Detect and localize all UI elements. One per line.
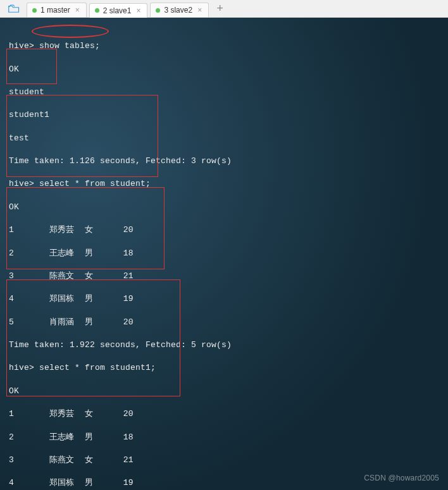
annotation-ellipse <box>32 25 109 38</box>
close-icon[interactable]: × <box>135 6 142 15</box>
status-dot-icon <box>95 8 99 13</box>
status-dot-icon <box>156 8 160 13</box>
folder-icon <box>8 4 20 13</box>
table-row: 3 陈燕文 女 21 <box>9 271 439 282</box>
tab-label: 1 master <box>40 6 70 15</box>
tab-3-slave2[interactable]: 3 slave2 × <box>150 3 209 17</box>
tab-2-slave1[interactable]: 2 slave1 × <box>89 3 148 18</box>
prompt-line: hive> select * from student; <box>9 178 439 190</box>
table-row: student <box>9 87 439 98</box>
table-row: 3 陈燕文 女 21 <box>9 455 439 466</box>
tab-bar: 1 master × 2 slave1 × 3 slave2 × + <box>0 0 448 18</box>
tab-label: 3 slave2 <box>164 6 192 15</box>
terminal-output[interactable]: hive> show tables; OK student student1 t… <box>0 18 448 490</box>
table-row: 2 王志峰 男 18 <box>9 248 439 259</box>
close-icon[interactable]: × <box>196 6 203 15</box>
watermark: CSDN @howard2005 <box>364 473 439 484</box>
table-row: 5 肖雨涵 男 20 <box>9 317 439 328</box>
output-line: Time taken: 1.126 seconds, Fetched: 3 ro… <box>9 156 439 167</box>
output-line: Time taken: 1.922 seconds, Fetched: 5 ro… <box>9 340 439 351</box>
table-row: student1 <box>9 109 439 121</box>
output-line: OK <box>9 202 439 213</box>
output-line: OK <box>9 64 439 75</box>
output-line: OK <box>9 386 439 397</box>
prompt-line: hive> show tables; <box>9 40 439 52</box>
table-row: test <box>9 133 439 144</box>
table-row: 4 郑国栋 男 19 <box>9 293 439 305</box>
table-row: 1 郑秀芸 女 20 <box>9 408 439 420</box>
prompt-line: hive> select * from student1; <box>9 362 439 374</box>
tab-label: 2 slave1 <box>103 6 132 15</box>
add-tab-button[interactable]: + <box>210 0 230 17</box>
close-icon[interactable]: × <box>74 6 81 15</box>
tab-1-master[interactable]: 1 master × <box>27 3 87 17</box>
table-row: 2 王志峰 男 18 <box>9 432 439 443</box>
status-dot-icon <box>32 8 37 13</box>
table-row: 1 郑秀芸 女 20 <box>9 224 439 236</box>
open-folder-button[interactable] <box>3 0 25 17</box>
